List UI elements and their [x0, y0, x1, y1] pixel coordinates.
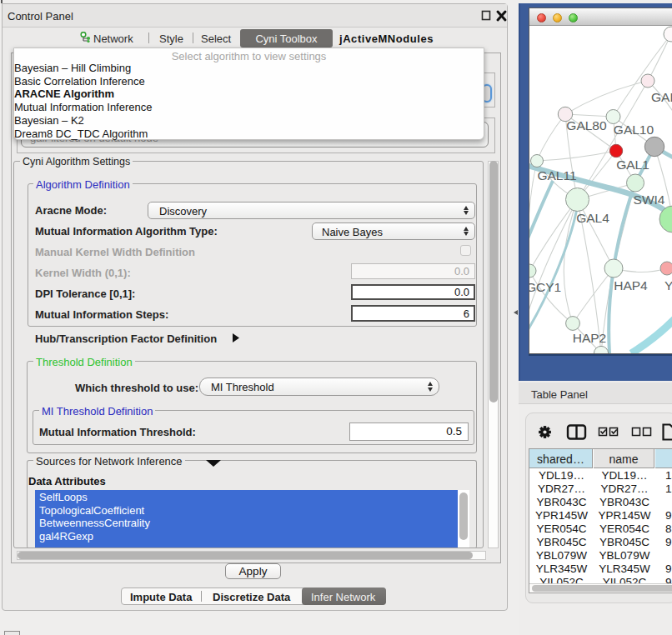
svg-text:GAL1: GAL1 — [616, 158, 649, 172]
svg-text:GCY1: GCY1 — [529, 280, 561, 294]
svg-text:HAP2: HAP2 — [573, 331, 607, 345]
svg-text:HAP4: HAP4 — [614, 278, 648, 292]
svg-text:Y: Y — [664, 278, 672, 292]
svg-text:GAL4: GAL4 — [576, 211, 609, 225]
svg-text:GAL11: GAL11 — [537, 168, 576, 182]
svg-text:GAL7: GAL7 — [651, 90, 672, 104]
svg-text:SWI4: SWI4 — [634, 192, 665, 207]
svg-text:GAL10: GAL10 — [614, 122, 654, 137]
svg-text:GAL80: GAL80 — [566, 118, 607, 132]
